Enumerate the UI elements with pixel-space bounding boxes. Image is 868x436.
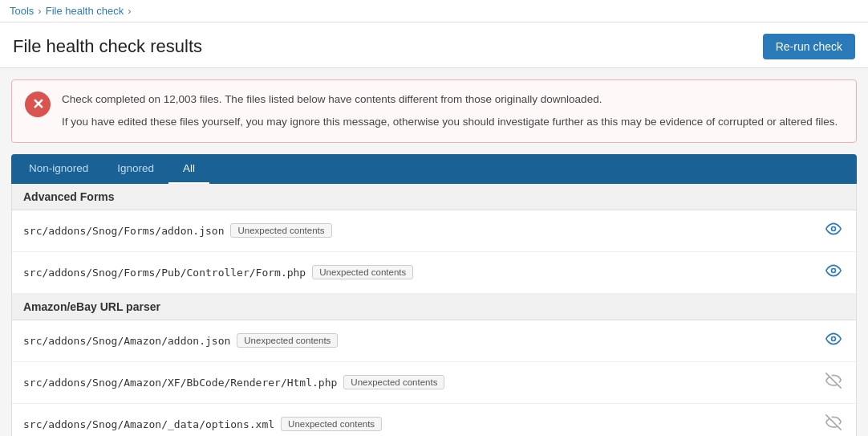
group-header-1: Amazon/eBay URL parser (12, 294, 856, 320)
file-info: src/addons/Snog/Amazon/XF/BbCode/Rendere… (23, 375, 444, 389)
file-path: src/addons/Snog/Forms/addon.json (23, 225, 224, 237)
tab-all[interactable]: All (168, 154, 209, 184)
file-path: src/addons/Snog/Amazon/addon.json (23, 335, 230, 347)
tabs-container: Non-ignored Ignored All (11, 154, 857, 184)
alert-box: ✕ Check completed on 12,003 files. The f… (11, 79, 857, 143)
status-badge: Unexpected contents (312, 265, 413, 279)
table-row: src/addons/Snog/Amazon/_data/options.xml… (12, 404, 856, 437)
status-badge: Unexpected contents (281, 417, 382, 431)
error-icon: ✕ (25, 92, 51, 117)
alert-text: Check completed on 12,003 files. The fil… (62, 92, 838, 131)
breadcrumb-separator-1: › (38, 5, 41, 17)
file-info: src/addons/Snog/Amazon/addon.jsonUnexpec… (23, 333, 338, 348)
view-file-icon[interactable] (822, 328, 845, 354)
table-row: src/addons/Snog/Forms/Pub/Controller/For… (12, 252, 856, 294)
breadcrumb-health-check-link[interactable]: File health check (46, 5, 124, 17)
svg-point-1 (832, 268, 836, 272)
status-badge: Unexpected contents (237, 333, 338, 348)
file-path: src/addons/Snog/Forms/Pub/Controller/For… (23, 267, 306, 279)
page-header: File health check results Re-run check (0, 22, 868, 68)
tab-ignored[interactable]: Ignored (103, 154, 168, 184)
view-file-icon (822, 411, 845, 437)
page-title: File health check results (13, 36, 202, 57)
svg-point-0 (832, 226, 836, 230)
view-file-icon (822, 369, 845, 396)
view-file-icon[interactable] (822, 218, 845, 244)
tab-non-ignored[interactable]: Non-ignored (14, 154, 103, 184)
alert-line-1: Check completed on 12,003 files. The fil… (62, 92, 838, 108)
file-info: src/addons/Snog/Forms/Pub/Controller/For… (23, 265, 413, 279)
table-row: src/addons/Snog/Amazon/XF/BbCode/Rendere… (12, 362, 856, 404)
table-row: src/addons/Snog/Forms/addon.jsonUnexpect… (12, 210, 856, 252)
rerun-check-button[interactable]: Re-run check (763, 34, 855, 59)
file-path: src/addons/Snog/Amazon/_data/options.xml (23, 418, 274, 430)
table-row: src/addons/Snog/Amazon/addon.jsonUnexpec… (12, 320, 856, 362)
status-badge: Unexpected contents (343, 375, 444, 389)
results-container: Advanced Formssrc/addons/Snog/Forms/addo… (11, 184, 857, 437)
alert-line-2: If you have edited these files yourself,… (62, 114, 838, 130)
file-info: src/addons/Snog/Forms/addon.jsonUnexpect… (23, 223, 332, 238)
file-path: src/addons/Snog/Amazon/XF/BbCode/Rendere… (23, 377, 337, 389)
view-file-icon[interactable] (822, 259, 845, 286)
breadcrumb-separator-2: › (128, 5, 131, 17)
group-header-0: Advanced Forms (12, 184, 856, 210)
status-badge: Unexpected contents (230, 223, 331, 238)
file-info: src/addons/Snog/Amazon/_data/options.xml… (23, 417, 382, 431)
breadcrumb: Tools › File health check › (0, 0, 868, 22)
breadcrumb-tools-link[interactable]: Tools (10, 5, 34, 17)
svg-point-2 (832, 336, 836, 340)
